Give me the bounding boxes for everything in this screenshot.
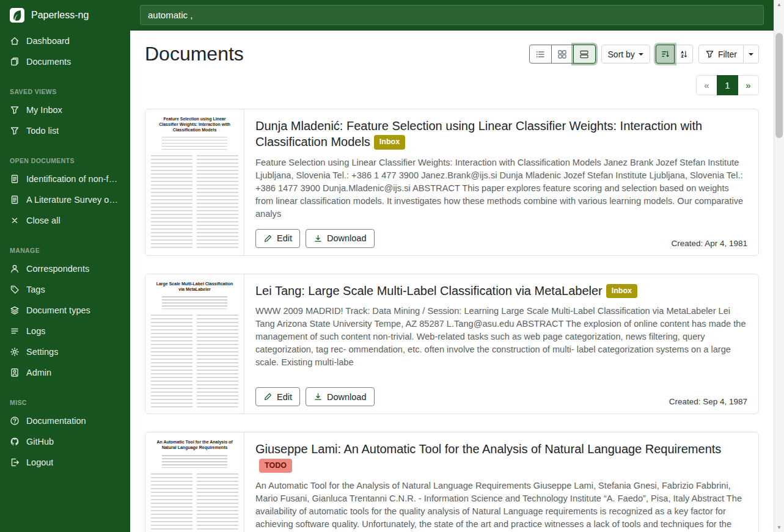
tag-badge[interactable]: Inbox bbox=[374, 135, 405, 150]
filter-funnel-icon bbox=[705, 49, 714, 59]
document-thumbnail[interactable]: An Automatic Tool for the Analysis of Na… bbox=[145, 432, 244, 532]
x-icon bbox=[10, 216, 20, 225]
sidebar-item-correspondents[interactable]: Correspondents bbox=[0, 258, 130, 279]
sidebar-item-settings[interactable]: Settings bbox=[0, 341, 130, 362]
document-excerpt: Feature Selection using Linear Classifie… bbox=[255, 156, 747, 220]
document-title-text: Giuseppe Lami: An Automatic Tool for the… bbox=[255, 442, 721, 456]
question-circle-icon bbox=[10, 416, 20, 426]
edit-button[interactable]: Edit bbox=[255, 229, 300, 248]
download-button[interactable]: Download bbox=[306, 387, 375, 406]
tag-badge[interactable]: Inbox bbox=[606, 284, 637, 299]
tag-badge[interactable]: TODO bbox=[259, 459, 292, 473]
grid-view-button[interactable] bbox=[551, 45, 574, 64]
app-logo[interactable]: Paperless-ng bbox=[0, 0, 130, 31]
list-view-icon bbox=[535, 49, 545, 59]
page-header: Documents Sort by bbox=[145, 43, 759, 65]
app-title: Paperless-ng bbox=[31, 10, 89, 21]
scroll-up-arrow-icon[interactable]: ▲ bbox=[774, 0, 784, 9]
document-card-footer: Edit Download Created: Apr 4, 1981 bbox=[255, 229, 747, 248]
download-label: Download bbox=[327, 233, 367, 243]
document-thumbnail[interactable]: Feature Selection using Linear Classifie… bbox=[145, 109, 244, 255]
person-badge-icon bbox=[10, 368, 20, 377]
document-card: Feature Selection using Linear Classifie… bbox=[145, 109, 759, 256]
sidebar-item-label: Close all bbox=[26, 216, 60, 225]
pencil-icon bbox=[263, 234, 273, 243]
thumbnail-title: Large Scale Multi-Label Classification v… bbox=[153, 282, 236, 293]
filter-dropdown-toggle[interactable] bbox=[743, 45, 759, 64]
sidebar-item-documentation[interactable]: Documentation bbox=[0, 410, 130, 431]
document-created-date: Created: Sep 4, 1987 bbox=[669, 397, 747, 406]
grid-view-icon bbox=[557, 49, 567, 59]
sidebar-item-github[interactable]: GitHub bbox=[0, 431, 130, 452]
sidebar-item-label: Document types bbox=[26, 305, 90, 315]
download-button[interactable]: Download bbox=[306, 229, 375, 248]
document-card-footer: Edit Download Created: Sep 4, 1987 bbox=[255, 387, 747, 406]
document-card-body: Giuseppe Lami: An Automatic Tool for the… bbox=[244, 432, 758, 532]
edit-button[interactable]: Edit bbox=[255, 387, 300, 406]
sidebar-item-logout[interactable]: Logout bbox=[0, 452, 130, 473]
detail-view-icon bbox=[579, 49, 589, 59]
sidebar-section-manage: MANAGE bbox=[10, 247, 120, 254]
sidebar-item-label: Dashboard bbox=[26, 36, 70, 46]
pagination-previous-button[interactable]: « bbox=[696, 75, 717, 95]
sort-descending-button[interactable] bbox=[656, 45, 675, 64]
logout-icon bbox=[10, 457, 20, 467]
download-label: Download bbox=[327, 392, 367, 402]
funnel-icon bbox=[10, 126, 20, 136]
global-search-input[interactable] bbox=[140, 5, 764, 25]
list-view-button[interactable] bbox=[529, 45, 552, 64]
document-actions: Edit Download bbox=[255, 229, 375, 248]
sidebar-item-documents[interactable]: Documents bbox=[0, 51, 130, 72]
filter-button[interactable]: Filter bbox=[698, 45, 744, 64]
sidebar-item-admin[interactable]: Admin bbox=[0, 362, 130, 383]
thumbnail-text-lines bbox=[162, 296, 227, 310]
document-title[interactable]: Giuseppe Lami: An Automatic Tool for the… bbox=[255, 441, 747, 473]
sidebar-item-label: Logout bbox=[26, 457, 53, 467]
filter-split-button: Filter bbox=[698, 45, 759, 64]
scroll-down-arrow-icon[interactable]: ▼ bbox=[774, 523, 784, 532]
gear-icon bbox=[10, 347, 20, 357]
files-icon bbox=[10, 57, 20, 67]
document-title[interactable]: Lei Tang: Large Scale Multi-Label Classi… bbox=[255, 283, 747, 299]
sidebar-item-logs[interactable]: Logs bbox=[0, 321, 130, 341]
sidebar-item-label: GitHub bbox=[26, 437, 54, 446]
sidebar-item-label: Admin bbox=[26, 368, 51, 377]
thumbnail-title: Feature Selection using Linear Classifie… bbox=[153, 117, 236, 133]
main-content: Documents Sort by bbox=[130, 31, 774, 532]
document-title[interactable]: Dunja Mladenić: Feature Selection using … bbox=[255, 118, 747, 150]
sort-alphabetical-button[interactable] bbox=[674, 45, 693, 64]
sidebar-item-document-types[interactable]: Document types bbox=[0, 300, 130, 321]
sort-alpha-icon bbox=[679, 49, 688, 59]
sidebar-item-tags[interactable]: Tags bbox=[0, 279, 130, 300]
detail-view-button[interactable] bbox=[573, 45, 596, 64]
edit-label: Edit bbox=[277, 392, 292, 402]
sidebar-item-open-document-2[interactable]: A Literature Survey on … bbox=[0, 189, 130, 210]
sidebar-section-saved-views: SAVED VIEWS bbox=[10, 88, 120, 95]
pagination-next-button[interactable]: » bbox=[738, 75, 759, 95]
sidebar-item-open-document-1[interactable]: Identification of non-fu… bbox=[0, 169, 130, 189]
sidebar-item-todo-list[interactable]: Todo list bbox=[0, 120, 130, 141]
document-card: An Automatic Tool for the Analysis of Na… bbox=[145, 432, 759, 532]
sort-by-dropdown[interactable]: Sort by bbox=[601, 45, 650, 64]
document-created-date: Created: Apr 4, 1981 bbox=[671, 239, 747, 248]
thumbnail-text-lines bbox=[162, 455, 227, 468]
thumbnail-text-columns bbox=[151, 315, 238, 407]
sidebar-item-label: Correspondents bbox=[26, 264, 89, 274]
documents-toolbar: Sort by Filter bbox=[529, 45, 759, 64]
pagination-page-1-button[interactable]: 1 bbox=[717, 75, 738, 95]
github-icon bbox=[10, 437, 20, 446]
sidebar-section-misc: MISC bbox=[10, 399, 120, 406]
edit-label: Edit bbox=[277, 233, 292, 243]
document-thumbnail[interactable]: Large Scale Multi-Label Classification v… bbox=[145, 274, 244, 414]
pencil-icon bbox=[263, 392, 273, 401]
sidebar-item-label: Todo list bbox=[26, 126, 59, 136]
file-text-icon bbox=[10, 174, 20, 184]
scrollbar-thumb[interactable] bbox=[775, 33, 783, 138]
pagination: « 1 » bbox=[145, 75, 759, 95]
topbar bbox=[130, 0, 774, 31]
sidebar-item-dashboard[interactable]: Dashboard bbox=[0, 31, 130, 51]
sidebar-item-close-all[interactable]: Close all bbox=[0, 210, 130, 231]
sidebar-item-my-inbox[interactable]: My Inbox bbox=[0, 100, 130, 120]
vertical-scrollbar[interactable]: ▲ ▼ bbox=[774, 0, 784, 532]
document-card-body: Lei Tang: Large Scale Multi-Label Classi… bbox=[244, 274, 758, 414]
